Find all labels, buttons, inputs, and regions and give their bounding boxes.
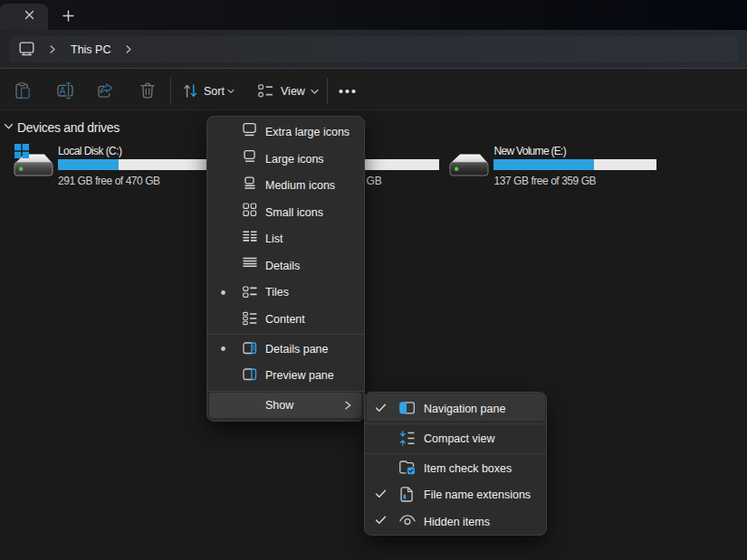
svg-text:A: A <box>60 86 66 96</box>
